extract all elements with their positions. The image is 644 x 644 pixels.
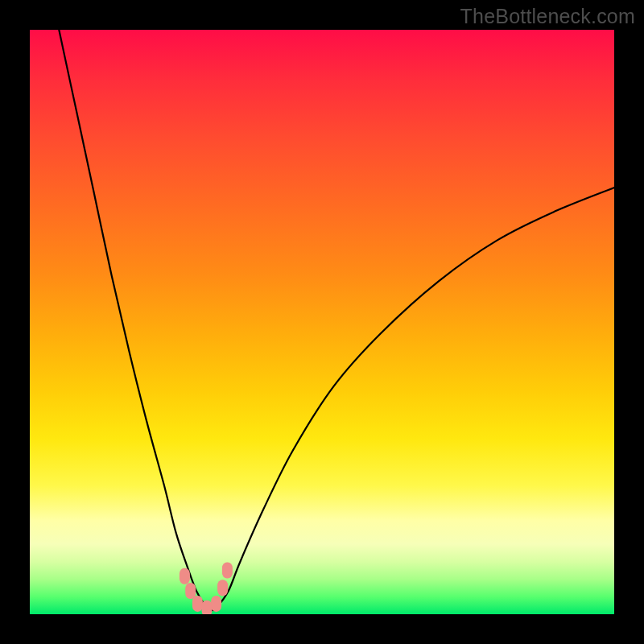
curve-marker (180, 568, 190, 584)
curve-marker (185, 583, 196, 599)
curve-marker (192, 596, 203, 612)
bottleneck-curve-path (59, 30, 614, 610)
marker-group (180, 563, 233, 615)
curve-marker (211, 596, 221, 612)
curve-marker (217, 580, 228, 596)
watermark-text: TheBottleneck.com (460, 5, 635, 28)
curve-marker (222, 563, 233, 579)
chart-frame: TheBottleneck.com (0, 0, 644, 644)
curve-marker (202, 601, 213, 614)
bottleneck-curve-svg (30, 30, 614, 614)
plot-area (30, 30, 614, 614)
